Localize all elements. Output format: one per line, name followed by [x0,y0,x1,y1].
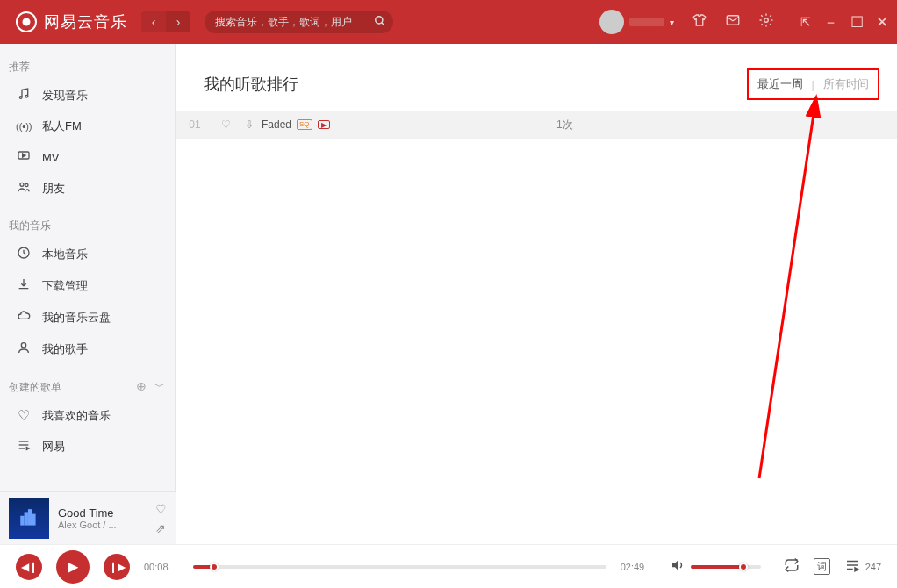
nav-forward-button[interactable]: › [166,11,190,32]
svg-rect-16 [29,510,31,524]
progress-knob[interactable] [210,563,219,571]
volume-knob[interactable] [739,563,748,571]
mini-mode-icon[interactable]: ⇱ [800,15,811,29]
tab-divider: | [812,78,814,91]
friends-icon [16,180,32,197]
sidebar-item-playlist[interactable]: 网易 [0,431,175,463]
play-button[interactable]: ▶ [56,550,90,584]
heart-icon: ♡ [16,407,32,424]
sidebar-item-singers[interactable]: 我的歌手 [0,333,175,365]
sidebar-section-title: 创建的歌单 ⊕ ﹀ [0,372,175,400]
share-icon[interactable]: ⇗ [155,521,167,535]
user-menu[interactable]: ▾ [599,10,674,34]
sidebar: 推荐 发现音乐 ((•))私人FM MV 朋友 我的音乐 本地音乐 下载管理 我… [0,44,176,544]
total-time: 02:49 [621,562,656,572]
playlist-icon [16,438,32,455]
volume-control [670,557,761,577]
skin-icon[interactable] [692,12,707,32]
volume-bar[interactable] [691,565,761,569]
music-note-icon [16,87,32,104]
local-icon [16,246,32,263]
search-icon[interactable] [374,15,386,30]
current-time: 00:08 [144,562,179,572]
prev-button[interactable]: ◀❙ [16,554,42,580]
sidebar-item-cloud[interactable]: 我的音乐云盘 [0,302,175,333]
row-name-cell: Faded SQ ▶ [262,118,551,131]
main: 我的听歌排行 最近一周 | 所有时间 01 ♡ ⇩ Faded SQ ▶ 1次 [176,44,897,544]
sidebar-item-label: 网易 [42,439,65,455]
person-icon [16,341,32,358]
maximize-icon[interactable]: ☐ [850,13,864,32]
search-input[interactable] [205,11,393,33]
queue-count: 247 [865,562,881,572]
svg-line-18 [759,97,816,478]
mail-icon[interactable] [725,12,741,32]
next-button[interactable]: ❙▶ [104,554,130,580]
now-playing-info: Good Time Alex Goot / ... [58,506,147,530]
sidebar-section-recommend: 推荐 发现音乐 ((•))私人FM MV 朋友 [0,53,175,204]
svg-point-0 [376,17,383,24]
row-play-count: 1次 [551,118,897,133]
svg-point-4 [19,97,22,99]
sidebar-item-friends[interactable]: 朋友 [0,173,175,204]
tab-all-time[interactable]: 所有时间 [823,76,869,92]
player-right-controls: 词 247 [784,557,881,577]
sidebar-item-mv[interactable]: MV [0,141,175,173]
loop-icon[interactable] [784,557,800,577]
now-playing-artist: Alex Goot / ... [58,520,147,530]
window-controls: ⇱ － ☐ ✕ [800,12,888,32]
sidebar-section-title-text: 创建的歌单 [9,380,61,395]
nav-back-button[interactable]: ‹ [141,11,166,32]
now-playing-title: Good Time [58,506,147,520]
sidebar-section-playlists: 创建的歌单 ⊕ ﹀ ♡我喜欢的音乐 网易 [0,372,175,463]
username-placeholder [629,18,664,26]
volume-icon[interactable] [670,557,685,577]
add-playlist-icon[interactable]: ⊕ [136,379,147,395]
like-icon[interactable]: ♡ [155,502,167,516]
lyrics-icon[interactable]: 词 [814,558,830,575]
sidebar-item-label: MV [42,151,60,164]
svg-rect-14 [21,516,23,524]
row-download-icon[interactable]: ⇩ [237,118,262,131]
queue-icon[interactable] [844,557,860,577]
sidebar-item-local[interactable]: 本地音乐 [0,239,175,270]
progress-bar[interactable] [193,565,606,569]
main-header: 我的听歌排行 最近一周 | 所有时间 [176,44,897,111]
sidebar-item-label: 本地音乐 [42,247,88,262]
sidebar-item-label: 私人FM [42,118,82,134]
minimize-icon[interactable]: － [823,12,838,32]
row-index: 01 [176,118,214,131]
svg-line-1 [382,23,384,25]
close-icon[interactable]: ✕ [876,13,888,32]
download-icon [16,277,32,295]
svg-point-7 [20,183,24,186]
search-wrap [205,11,393,33]
player-bar: ◀❙ ▶ ❙▶ 00:08 02:49 词 247 [0,544,897,588]
svg-point-10 [21,343,25,348]
gear-icon[interactable] [758,12,774,32]
sidebar-item-discover[interactable]: 发现音乐 [0,80,175,111]
sidebar-section-title: 我的音乐 [0,212,175,239]
tab-switch: 最近一周 | 所有时间 [747,68,879,100]
page-title: 我的听歌排行 [204,74,298,95]
table-row[interactable]: 01 ♡ ⇩ Faded SQ ▶ 1次 [176,111,897,139]
mv-play-icon[interactable]: ▶ [318,120,330,129]
row-song-name: Faded [262,118,291,131]
svg-point-3 [764,18,769,22]
row-like-icon[interactable]: ♡ [214,118,237,131]
album-cover [9,498,49,539]
sidebar-item-liked[interactable]: ♡我喜欢的音乐 [0,400,175,431]
now-playing-card[interactable]: Good Time Alex Goot / ... ♡ ⇗ [0,491,176,544]
tab-week[interactable]: 最近一周 [757,76,803,92]
header: 网易云音乐 ‹ › ▾ ⇱ － ☐ ✕ [0,0,897,44]
sidebar-item-label: 我的歌手 [42,341,88,357]
app-title: 网易云音乐 [44,11,127,32]
svg-point-8 [25,183,28,186]
svg-point-5 [25,95,28,97]
logo[interactable]: 网易云音乐 [16,11,127,32]
sidebar-item-fm[interactable]: ((•))私人FM [0,111,175,141]
collapse-icon[interactable]: ﹀ [154,379,166,395]
sidebar-section-title: 推荐 [0,53,175,80]
nav-arrows: ‹ › [141,11,190,32]
sidebar-item-download[interactable]: 下载管理 [0,270,175,302]
